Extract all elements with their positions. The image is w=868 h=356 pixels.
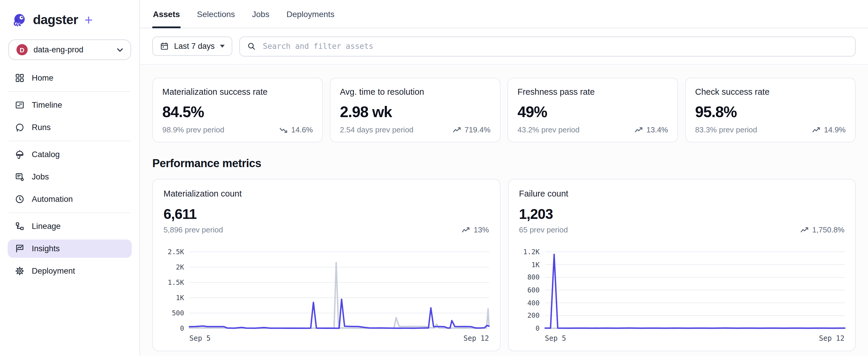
jobs-icon — [15, 172, 25, 182]
chart-value: 1,203 — [519, 206, 844, 222]
brand-plus-badge: + — [84, 12, 93, 28]
sidebar-item-catalog[interactable]: Catalog — [8, 145, 132, 164]
card-title: Check success rate — [695, 87, 846, 96]
x-axis-labels: Sep 5 Sep 12 — [545, 334, 844, 343]
timeline-icon — [15, 100, 25, 110]
sidebar-item-label: Runs — [32, 123, 51, 132]
brand-wordmark: dagster — [33, 12, 78, 28]
sidebar-item-label: Home — [32, 73, 54, 82]
search-input[interactable] — [262, 41, 848, 51]
chart-delta: 1,750.8% — [800, 226, 844, 234]
card-prev-period: 43.2% prev period — [518, 125, 580, 134]
chart-delta: 13% — [462, 226, 489, 234]
sidebar-item-jobs[interactable]: Jobs — [8, 168, 132, 186]
sidebar-divider — [9, 141, 130, 141]
dagster-octopus-icon — [12, 12, 28, 28]
x-axis-end-label: Sep 12 — [463, 334, 489, 343]
sidebar-item-label: Automation — [32, 195, 73, 204]
trending-up-icon — [453, 127, 461, 133]
trending-up-icon — [634, 127, 643, 133]
sidebar-item-label: Catalog — [32, 150, 60, 159]
card-prev-period: 2.54 days prev period — [340, 125, 413, 134]
card-prev-period: 83.3% prev period — [695, 125, 757, 134]
x-axis-labels: Sep 5 Sep 12 — [189, 334, 489, 343]
chart-plot-area — [189, 252, 489, 328]
trending-up-icon — [812, 127, 820, 133]
sidebar-item-label: Lineage — [32, 222, 61, 231]
brand-logo[interactable]: dagster + — [0, 9, 140, 28]
card-delta-value: 14.6% — [291, 125, 313, 134]
tab-assets[interactable]: Assets — [152, 0, 181, 28]
card-avg-time-to-resolution: Avg. time to resolution 2.98 wk 2.54 day… — [330, 78, 500, 142]
chevron-down-icon — [117, 48, 123, 52]
chart-value: 6,611 — [163, 206, 489, 222]
y-axis-labels: 05001K1.5K2K2.5K — [163, 252, 189, 328]
sidebar-item-runs[interactable]: Runs — [8, 118, 132, 137]
card-delta-value: 14.9% — [824, 125, 846, 134]
sidebar-item-label: Jobs — [32, 172, 49, 181]
sidebar-item-automation[interactable]: Automation — [8, 190, 132, 208]
search-icon — [247, 42, 256, 51]
date-range-button[interactable]: Last 7 days — [152, 36, 232, 56]
tab-deployments[interactable]: Deployments — [286, 0, 335, 28]
tab-selections[interactable]: Selections — [196, 0, 236, 28]
trending-up-icon — [462, 227, 470, 233]
top-tabbar: Assets Selections Jobs Deployments — [140, 0, 868, 28]
card-title: Freshness pass rate — [518, 87, 668, 96]
deployment-switcher[interactable]: D data-eng-prod — [8, 39, 131, 60]
clock-icon — [15, 194, 25, 204]
x-axis-start-label: Sep 5 — [189, 334, 211, 343]
sidebar-item-insights[interactable]: Insights — [8, 239, 132, 258]
sidebar-item-label: Deployment — [32, 267, 75, 275]
gear-icon — [15, 266, 25, 276]
search-box — [239, 36, 856, 56]
card-value: 95.8% — [695, 103, 846, 121]
calendar-icon — [160, 42, 169, 51]
card-delta: 14.6% — [279, 125, 313, 134]
sidebar-item-deployment[interactable]: Deployment — [8, 262, 132, 280]
sidebar-item-timeline[interactable]: Timeline — [8, 96, 132, 114]
chart-delta-value: 1,750.8% — [812, 226, 844, 234]
card-delta-value: 13.4% — [646, 125, 668, 134]
main-panel: Assets Selections Jobs Deployments Last … — [140, 0, 868, 356]
deployment-name: data-eng-prod — [33, 45, 111, 54]
deployment-avatar: D — [17, 44, 28, 55]
sidebar-divider — [9, 212, 130, 213]
insights-icon — [15, 244, 25, 254]
lineage-icon — [15, 221, 25, 231]
sidebar-nav: Home Timeline Runs — [0, 69, 140, 280]
card-title: Avg. time to resolution — [340, 87, 491, 96]
card-check-success-rate: Check success rate 95.8% 83.3% prev peri… — [685, 78, 856, 142]
grid-icon — [15, 73, 25, 83]
sidebar-item-lineage[interactable]: Lineage — [8, 217, 132, 235]
content-area: Materialization success rate 84.5% 98.9%… — [140, 65, 868, 356]
card-value: 2.98 wk — [340, 103, 491, 121]
x-axis-end-label: Sep 12 — [819, 334, 844, 343]
tab-jobs[interactable]: Jobs — [251, 0, 270, 28]
chart-title: Failure count — [519, 189, 844, 198]
chart-prev-period: 65 prev period — [519, 226, 568, 234]
x-axis-start-label: Sep 5 — [545, 334, 566, 343]
card-delta-value: 719.4% — [465, 125, 491, 134]
runs-icon — [15, 122, 25, 132]
card-value: 84.5% — [162, 103, 313, 121]
charts-row: Materialization count 6,611 5,896 prev p… — [152, 179, 856, 356]
trending-down-icon — [279, 127, 287, 133]
line-chart: 05001K1.5K2K2.5K — [163, 252, 489, 328]
chart-delta-value: 13% — [474, 226, 489, 234]
card-delta: 14.9% — [812, 125, 846, 134]
section-title: Performance metrics — [152, 157, 856, 170]
chart-plot-area — [545, 252, 844, 328]
app-window: dagster + D data-eng-prod Home — [0, 0, 868, 356]
summary-cards-row: Materialization success rate 84.5% 98.9%… — [152, 78, 856, 142]
card-delta: 719.4% — [453, 125, 491, 134]
card-materialization-success-rate: Materialization success rate 84.5% 98.9%… — [152, 78, 323, 142]
trending-up-icon — [800, 227, 809, 233]
sidebar-item-home[interactable]: Home — [8, 69, 132, 87]
date-range-label: Last 7 days — [174, 42, 215, 51]
chart-card-materialization-count: Materialization count 6,611 5,896 prev p… — [152, 179, 500, 351]
filter-bar: Last 7 days — [140, 28, 868, 65]
chart-prev-period: 5,896 prev period — [163, 226, 223, 234]
catalog-icon — [15, 149, 25, 159]
card-title: Materialization success rate — [162, 87, 313, 96]
